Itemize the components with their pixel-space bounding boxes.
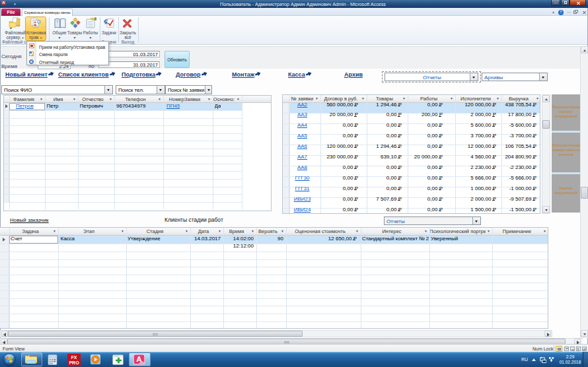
svg-text:A: A [136,355,141,363]
